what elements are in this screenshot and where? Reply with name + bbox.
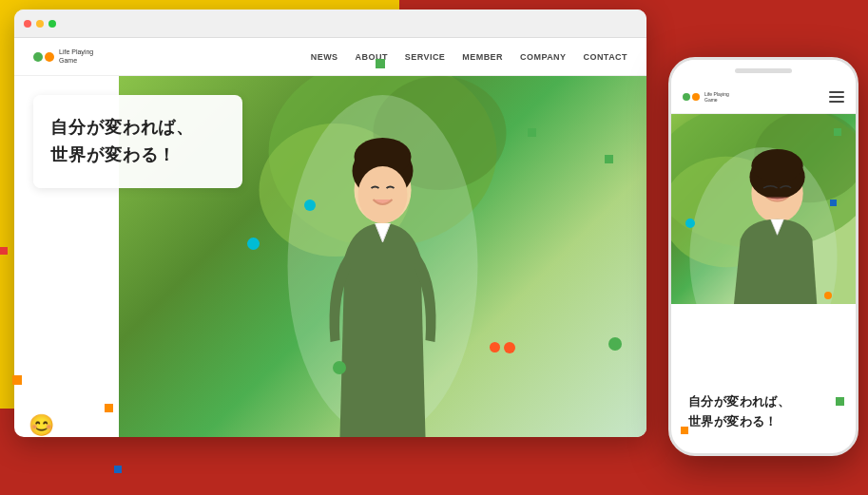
deco-sq-orange-1 — [12, 375, 22, 385]
mobile-tagline-line1: 自分が変われば、 — [688, 392, 839, 412]
hero-section: 自分が変われば、 世界が変わる！ — [14, 76, 646, 437]
nav-menu: NEWS ABOUT SERVICE MEMBER COMPANY CONTAC… — [311, 52, 627, 62]
hero-deco-dot-teal — [247, 238, 260, 250]
deco-sq-red-1 — [0, 247, 8, 255]
desktop-mockup: Life Playing Game NEWS ABOUT SERVICE MEM… — [14, 10, 646, 437]
hero-deco-dot-orange — [490, 342, 500, 352]
mobile-logo-dot-green — [683, 93, 690, 101]
mobile-deco-dot-teal — [685, 219, 695, 228]
hamburger-button[interactable] — [829, 91, 844, 103]
mobile-text-box: 自分が変われば、 世界が変わる！ — [679, 381, 848, 444]
browser-dot-red — [24, 20, 31, 28]
hero-text-box: 自分が変われば、 世界が変わる！ — [33, 95, 242, 188]
logo-dot-orange — [45, 52, 54, 62]
nav-service[interactable]: SERVICE — [405, 52, 446, 62]
deco-sq-green-2 — [605, 155, 613, 163]
logo-area: Life Playing Game — [33, 48, 93, 65]
site-header: Life Playing Game NEWS ABOUT SERVICE MEM… — [14, 38, 646, 76]
mobile-person-svg — [671, 114, 856, 304]
browser-dot-green — [48, 20, 56, 28]
mobile-deco-sq-blue — [830, 200, 837, 206]
hamburger-line-1 — [829, 91, 844, 93]
deco-dot-teal-1 — [304, 200, 316, 211]
hero-tagline-line1: 自分が変われば、 — [50, 114, 225, 142]
browser-chrome — [14, 10, 646, 38]
deco-sq-blue-1 — [114, 466, 122, 473]
mobile-mockup: Life Playing Game — [668, 57, 858, 456]
mobile-tagline-line2: 世界が変わる！ — [688, 412, 839, 432]
svg-point-7 — [358, 166, 408, 223]
browser-dot-yellow — [36, 20, 44, 28]
hero-tagline-line2: 世界が変わる！ — [50, 142, 225, 169]
hamburger-line-3 — [829, 101, 844, 103]
hero-deco-dot-green — [608, 337, 622, 351]
mobile-logo-dot-orange — [692, 93, 700, 101]
smiley-icon: 😊 — [29, 413, 54, 438]
hero-deco-sq-green — [528, 128, 536, 137]
mobile-hero-image — [671, 114, 856, 304]
nav-company[interactable]: COMPANY — [520, 52, 566, 62]
mobile-header: Life Playing Game — [671, 81, 856, 114]
mobile-deco-dot-orange — [824, 292, 832, 299]
logo-dots — [33, 52, 54, 62]
mobile-deco-sq-green — [834, 128, 841, 136]
mobile-deco-sq-orange-bottom — [681, 427, 688, 434]
mobile-logo-text: Life Playing Game — [704, 91, 729, 103]
notch-bar — [735, 68, 792, 73]
mobile-logo-area: Life Playing Game — [683, 91, 729, 103]
deco-sq-green-1 — [376, 59, 385, 68]
deco-dot-green-1 — [333, 361, 346, 374]
mobile-notch — [671, 60, 856, 81]
nav-news[interactable]: NEWS — [311, 52, 338, 62]
hamburger-line-2 — [829, 96, 844, 98]
nav-contact[interactable]: CONTACT — [584, 52, 627, 62]
mobile-deco-sq-green-bottom — [836, 397, 844, 406]
logo-text: Life Playing Game — [59, 48, 93, 65]
deco-dot-orange-1 — [504, 342, 515, 353]
svg-point-14 — [751, 149, 802, 182]
hero-deco-sq-orange — [105, 404, 113, 412]
logo-dot-green — [33, 52, 43, 62]
nav-member[interactable]: MEMBER — [462, 52, 503, 62]
